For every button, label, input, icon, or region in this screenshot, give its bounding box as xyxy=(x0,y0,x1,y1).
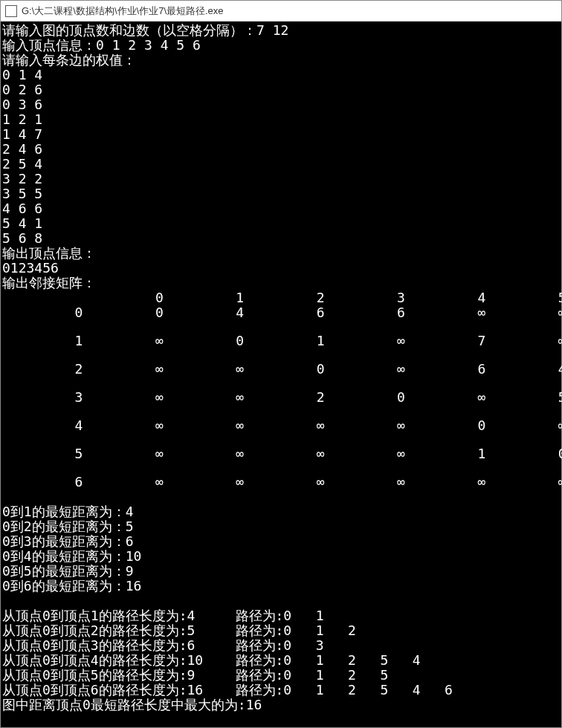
console-line: 0到2的最短距离为：5 xyxy=(2,519,560,534)
console-line: 输入顶点信息：0 1 2 3 4 5 6 xyxy=(2,38,560,53)
console-line: 图中距离顶点0最短路径长度中最大的为:16 xyxy=(2,698,560,712)
console-line: 0到6的最短距离为：16 xyxy=(2,579,560,594)
console-line: 从顶点0到顶点4的路径长度为:10 路径为:0 1 2 5 4 xyxy=(2,653,560,668)
console-line: 2 5 4 xyxy=(2,157,560,172)
console-line: 3 5 5 xyxy=(2,186,560,201)
console-line: 从顶点0到顶点6的路径长度为:16 路径为:0 1 2 5 4 6 xyxy=(2,683,560,698)
console-line: 0 3 6 xyxy=(2,97,560,112)
console-line: 6 ∞ ∞ ∞ ∞ ∞ ∞ 0 xyxy=(2,475,560,490)
console-line: 2 4 6 xyxy=(2,142,560,157)
console-line: 0到3的最短距离为：6 xyxy=(2,534,560,549)
console-line: 3 ∞ ∞ 2 0 ∞ 5 ∞ xyxy=(2,390,560,405)
console-line: 从顶点0到顶点2的路径长度为:5 路径为:0 1 2 xyxy=(2,623,560,638)
console-line: 输出邻接矩阵： xyxy=(2,276,560,290)
console-line: 从顶点0到顶点5的路径长度为:9 路径为:0 1 2 5 xyxy=(2,668,560,683)
console-line: 1 4 7 xyxy=(2,127,560,142)
console-line: 5 6 8 xyxy=(2,231,560,246)
console-line: 1 2 1 xyxy=(2,112,560,127)
console-line: 请输入每条边的权值： xyxy=(2,53,560,68)
console-line: 2 ∞ ∞ 0 ∞ 6 4 ∞ xyxy=(2,362,560,377)
console-line: 5 ∞ ∞ ∞ ∞ 1 0 8 xyxy=(2,446,560,461)
console-line: 1 ∞ 0 1 ∞ 7 ∞ ∞ xyxy=(2,334,560,348)
window-title: G:\大二课程\数据结构\作业\作业7\最短路径.exe xyxy=(22,4,224,18)
console-line: 0 1 2 3 4 5 6 xyxy=(2,290,560,305)
console-line: 5 4 1 xyxy=(2,216,560,231)
console-line: 从顶点0到顶点3的路径长度为:6 路径为:0 3 xyxy=(2,638,560,653)
console-line: 3 2 2 xyxy=(2,172,560,186)
console-line: 请输入图的顶点数和边数（以空格分隔）：7 12 xyxy=(2,23,560,38)
console-output[interactable]: 请输入图的顶点数和边数（以空格分隔）：7 12输入顶点信息：0 1 2 3 4 … xyxy=(1,22,561,714)
console-line: 4 ∞ ∞ ∞ ∞ 0 ∞ 6 xyxy=(2,418,560,433)
console-line: 0到5的最短距离为：9 xyxy=(2,564,560,579)
titlebar[interactable]: G:\大二课程\数据结构\作业\作业7\最短路径.exe xyxy=(1,1,561,22)
console-line: 输出顶点信息： xyxy=(2,246,560,261)
console-window: G:\大二课程\数据结构\作业\作业7\最短路径.exe 请输入图的顶点数和边数… xyxy=(0,0,562,728)
console-line: 0123456 xyxy=(2,261,560,276)
app-icon xyxy=(5,5,17,17)
console-line: 0到4的最短距离为：10 xyxy=(2,549,560,564)
console-line: 0 2 6 xyxy=(2,82,560,97)
console-line: 0 0 4 6 6 ∞ ∞ ∞ xyxy=(2,305,560,320)
console-line: 从顶点0到顶点1的路径长度为:4 路径为:0 1 xyxy=(2,608,560,623)
console-line: 4 6 6 xyxy=(2,201,560,216)
console-line: 0 1 4 xyxy=(2,68,560,82)
console-line: 0到1的最短距离为：4 xyxy=(2,504,560,519)
